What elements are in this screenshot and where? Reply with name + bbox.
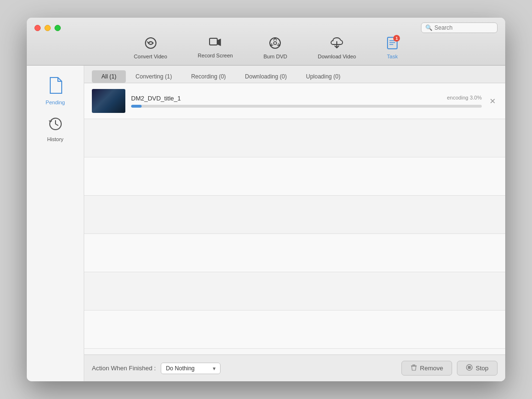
toolbar: Convert Video Record Screen [27,33,505,65]
sidebar-item-history[interactable]: History [34,113,77,146]
tabs-bar: All (1) Converting (1) Recording (0) Dow… [84,66,505,83]
search-icon: 🔍 [425,24,432,31]
empty-row [84,157,505,196]
titlebar: 🔍 Convert Video [27,18,505,66]
svg-rect-10 [412,365,415,366]
sidebar-item-pending[interactable]: Pending [34,73,77,109]
task-thumbnail [92,89,125,113]
progress-bar-container [131,105,482,108]
burn-dvd-label: Burn DVD [264,54,288,59]
search-input[interactable] [434,24,493,31]
table-row: DM2_DVD_title_1 encoding 3.0% ✕ [84,83,505,119]
bottom-bar: Action When Finished : Do Nothing Shut D… [84,355,505,381]
convert-video-label: Convert Video [134,54,167,59]
svg-point-3 [274,42,277,44]
task-info: DM2_DVD_title_1 encoding 3.0% [131,95,482,108]
svg-rect-12 [468,366,471,369]
remove-label: Remove [420,365,443,372]
stop-icon [466,364,473,372]
task-label: Task [387,54,398,59]
main-area: Pending History All (1) Convertin [27,66,505,381]
action-when-finished-label: Action When Finished : [92,365,156,372]
stop-label: Stop [476,365,488,372]
history-label: History [47,136,63,142]
maximize-button[interactable] [55,25,61,31]
task-icon-wrapper: 1 [387,37,398,52]
close-button[interactable] [34,25,41,31]
task-name: DM2_DVD_title_1 [131,95,181,102]
empty-row [84,310,505,349]
task-badge: 1 [393,35,400,42]
toolbar-item-burn-dvd[interactable]: Burn DVD [258,35,293,61]
sidebar: Pending History [27,66,84,381]
download-video-label: Download Video [318,54,356,59]
empty-row [84,119,505,157]
task-status: encoding 3.0% [447,95,482,100]
tab-converting[interactable]: Converting (1) [126,70,181,83]
download-video-icon [331,37,343,52]
remove-button[interactable]: Remove [401,361,452,376]
minimize-button[interactable] [44,25,51,31]
progress-bar-fill [131,105,142,108]
tab-downloading[interactable]: Downloading (0) [235,70,296,83]
bottom-actions: Remove Stop [401,361,498,376]
empty-row [84,196,505,234]
toolbar-item-convert-video[interactable]: Convert Video [128,35,173,61]
history-icon [48,117,63,134]
action-select-wrapper: Do Nothing Shut Down Sleep Quit Applicat… [161,363,221,374]
svg-point-2 [270,38,280,48]
task-header: DM2_DVD_title_1 encoding 3.0% [131,95,482,102]
toolbar-item-task[interactable]: 1 Task [381,35,404,61]
task-list: DM2_DVD_title_1 encoding 3.0% ✕ [84,83,505,355]
burn-dvd-icon [269,37,281,52]
empty-row [84,272,505,310]
svg-point-0 [145,38,156,48]
toolbar-item-download-video[interactable]: Download Video [312,35,362,61]
tab-uploading[interactable]: Uploading (0) [296,70,350,83]
traffic-lights [34,25,61,31]
app-window: 🔍 Convert Video [27,18,505,381]
stop-button[interactable]: Stop [457,361,498,376]
content-area: All (1) Converting (1) Recording (0) Dow… [84,66,505,381]
toolbar-item-record-screen[interactable]: Record Screen [192,36,238,60]
thumbnail-image [92,89,125,113]
empty-row [84,234,505,272]
pending-icon [48,77,63,98]
record-screen-icon [209,38,222,51]
convert-video-icon [144,37,157,52]
tab-recording[interactable]: Recording (0) [181,70,235,83]
remove-icon [410,364,417,372]
task-close-button[interactable]: ✕ [488,96,498,107]
pending-label: Pending [45,100,65,105]
search-box[interactable]: 🔍 [421,22,498,33]
action-select[interactable]: Do Nothing Shut Down Sleep Quit Applicat… [161,363,221,374]
tab-all[interactable]: All (1) [92,70,126,83]
svg-rect-1 [210,38,217,45]
record-screen-label: Record Screen [198,53,233,58]
